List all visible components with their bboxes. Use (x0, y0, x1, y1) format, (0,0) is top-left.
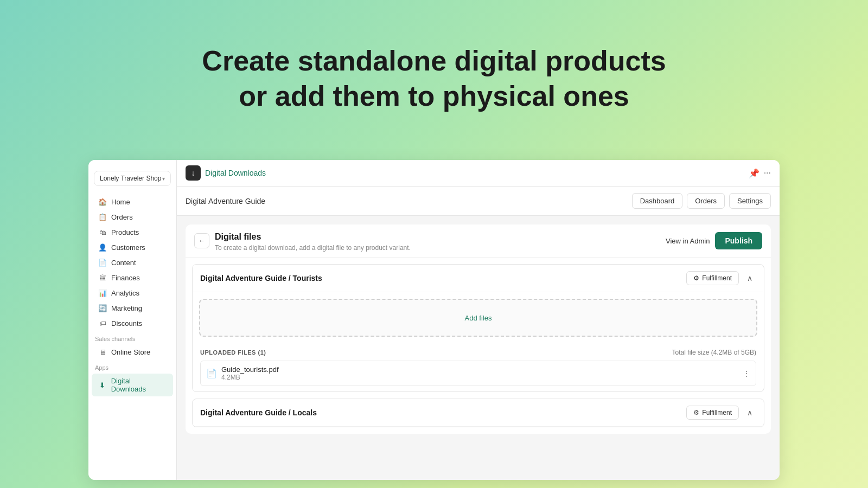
apps-label: Apps (88, 360, 176, 373)
sidebar: Lonely Traveler Shop ▾ 🏠 Home 📋 Orders 🛍… (88, 160, 177, 480)
hero-line1: Create standalone digital products (202, 45, 666, 76)
sidebar-item-label: Products (111, 228, 139, 236)
chevron-down-icon: ▾ (162, 176, 165, 182)
file-row: 📄 Guide_tourists.pdf 4.2MB ⋮ (200, 361, 756, 386)
collapse-button-2[interactable]: ∧ (743, 406, 756, 419)
download-icon: ↓ (192, 169, 195, 177)
pin-icon[interactable]: 📌 (749, 168, 760, 178)
main-card: Lonely Traveler Shop ▾ 🏠 Home 📋 Orders 🛍… (88, 160, 780, 480)
analytics-icon: 📊 (98, 289, 107, 297)
content-icon: 📄 (98, 259, 107, 267)
digital-files-title: Digital files (215, 232, 411, 242)
sidebar-item-label: Analytics (111, 289, 139, 297)
sidebar-item-online-store[interactable]: 🖥 Online Store (92, 345, 173, 359)
sidebar-item-products[interactable]: 🛍 Products (92, 225, 173, 240)
digital-files-header-right: View in Admin Publish (666, 232, 762, 249)
sidebar-item-label: Marketing (111, 304, 142, 312)
gear-icon: ⚙ (693, 274, 699, 282)
sidebar-item-label: Discounts (111, 319, 142, 328)
app-name: Digital Downloads (205, 169, 266, 177)
finances-icon: 🏛 (98, 274, 107, 282)
sales-channels-label: Sales channels (88, 331, 176, 344)
shop-selector[interactable]: Lonely Traveler Shop ▾ (94, 171, 171, 186)
uploaded-label: UPLOADED FILES (1) (200, 349, 266, 356)
back-button[interactable]: ← (194, 233, 209, 248)
product-section-header-2: Digital Adventure Guide / Locals ⚙ Fulfi… (193, 399, 764, 427)
sidebar-item-finances[interactable]: 🏛 Finances (92, 271, 173, 285)
file-size: 4.2MB (221, 374, 279, 381)
page-header-buttons: Dashboard Orders Settings (632, 193, 771, 209)
file-name: Guide_tourists.pdf (221, 365, 279, 374)
sidebar-item-label: Customers (111, 243, 145, 252)
publish-button[interactable]: Publish (715, 232, 762, 249)
app-icon: ↓ (186, 165, 201, 181)
file-row-left: 📄 Guide_tourists.pdf 4.2MB (206, 365, 279, 381)
uploaded-files-section: UPLOADED FILES (1) Total file size (4.2M… (193, 343, 764, 391)
upload-zone[interactable]: Add files (199, 299, 757, 337)
product-section-tourists: Digital Adventure Guide / Tourists ⚙ Ful… (192, 264, 764, 392)
hero-section: Create standalone digital products or ad… (0, 0, 868, 136)
sidebar-item-label: Content (111, 259, 136, 267)
gear-icon-2: ⚙ (693, 409, 699, 416)
fulfillment-label: Fulfillment (702, 274, 732, 282)
top-bar-left: ↓ Digital Downloads (186, 165, 266, 181)
product-section-header: Digital Adventure Guide / Tourists ⚙ Ful… (193, 265, 764, 292)
dashboard-button[interactable]: Dashboard (632, 193, 683, 209)
sidebar-item-content[interactable]: 📄 Content (92, 255, 173, 270)
view-in-admin-link[interactable]: View in Admin (666, 237, 710, 245)
shop-name: Lonely Traveler Shop (100, 175, 161, 182)
top-bar-right: 📌 ··· (749, 168, 771, 178)
fulfillment-button[interactable]: ⚙ Fulfillment (686, 271, 739, 285)
sidebar-item-label: Online Store (111, 348, 150, 356)
sidebar-item-digital-downloads[interactable]: ⬇ Digital Downloads (92, 374, 173, 396)
digital-files-title-block: Digital files To create a digital downlo… (215, 232, 411, 252)
collapse-button[interactable]: ∧ (743, 272, 756, 285)
sidebar-item-home[interactable]: 🏠 Home (92, 195, 173, 209)
uploaded-files-header: UPLOADED FILES (1) Total file size (4.2M… (200, 349, 756, 356)
sidebar-item-marketing[interactable]: 🔄 Marketing (92, 301, 173, 316)
discounts-icon: 🏷 (98, 319, 107, 328)
file-icon: 📄 (206, 368, 217, 378)
more-icon[interactable]: ··· (764, 168, 771, 178)
sidebar-item-discounts[interactable]: 🏷 Discounts (92, 316, 173, 331)
product-section-title-2: Digital Adventure Guide / Locals (200, 408, 317, 417)
total-size: Total file size (4.2MB of 5GB) (672, 349, 756, 356)
page-header: Digital Adventure Guide Dashboard Orders… (177, 187, 780, 216)
sidebar-item-customers[interactable]: 👤 Customers (92, 240, 173, 255)
fulfillment-label-2: Fulfillment (702, 409, 732, 416)
settings-button[interactable]: Settings (729, 193, 771, 209)
customers-icon: 👤 (98, 243, 107, 252)
product-section-actions-2: ⚙ Fulfillment ∧ (686, 406, 756, 420)
orders-button[interactable]: Orders (687, 193, 725, 209)
digital-files-subtitle: To create a digital download, add a digi… (215, 244, 411, 252)
hero-line2: or add them to physical ones (239, 80, 629, 112)
digital-files-header-left: ← Digital files To create a digital down… (194, 232, 411, 252)
hero-title: Create standalone digital products or ad… (0, 43, 868, 114)
sidebar-item-orders[interactable]: 📋 Orders (92, 210, 173, 224)
orders-icon: 📋 (98, 213, 107, 221)
top-bar: ↓ Digital Downloads 📌 ··· (177, 160, 780, 187)
add-files-link[interactable]: Add files (465, 314, 492, 322)
digital-downloads-icon: ⬇ (98, 381, 107, 389)
home-icon: 🏠 (98, 198, 107, 206)
sidebar-item-analytics[interactable]: 📊 Analytics (92, 286, 173, 300)
sidebar-item-label: Finances (111, 274, 140, 282)
digital-files-card: ← Digital files To create a digital down… (186, 224, 771, 434)
product-section-locals: Digital Adventure Guide / Locals ⚙ Fulfi… (192, 399, 764, 427)
inner-content: ← Digital files To create a digital down… (177, 216, 780, 480)
fulfillment-button-2[interactable]: ⚙ Fulfillment (686, 406, 739, 420)
file-info: Guide_tourists.pdf 4.2MB (221, 365, 279, 381)
digital-files-header: ← Digital files To create a digital down… (186, 224, 771, 258)
file-more-button[interactable]: ⋮ (743, 369, 750, 378)
sidebar-item-label: Home (111, 198, 130, 206)
page-title: Digital Adventure Guide (186, 197, 265, 206)
marketing-icon: 🔄 (98, 304, 107, 312)
products-icon: 🛍 (98, 228, 107, 236)
online-store-icon: 🖥 (98, 348, 107, 356)
content-area: ↓ Digital Downloads 📌 ··· Digital Advent… (177, 160, 780, 480)
sidebar-item-label: Orders (111, 213, 133, 221)
sidebar-item-label: Digital Downloads (111, 377, 167, 393)
product-section-actions: ⚙ Fulfillment ∧ (686, 271, 756, 285)
product-section-title: Digital Adventure Guide / Tourists (200, 274, 322, 282)
